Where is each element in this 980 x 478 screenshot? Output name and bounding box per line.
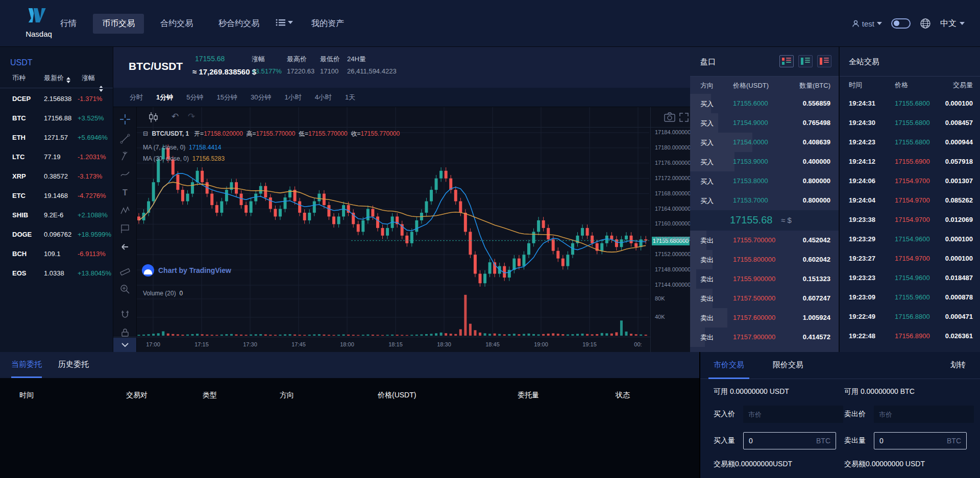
coin-row-BCH[interactable]: BCH109.1-6.9113% [0,245,113,264]
timeframe-1分钟[interactable]: 1分钟 [156,93,173,102]
header-coin: 币种 [12,73,26,83]
trade-row[interactable]: 19:23:2917154.96000.000100 [840,230,980,249]
sort-price-button[interactable] [66,77,70,83]
orders-tab-0[interactable]: 当前委托 [11,360,42,378]
forecast-tool[interactable] [120,223,130,234]
tab-usdt[interactable]: USDT [10,58,33,67]
order-book-buy-row[interactable]: 买入17153.80000.800000 [690,171,839,191]
coin-row-ETH[interactable]: ETH1271.57+5.6946% [0,129,113,148]
brush-tool[interactable] [120,169,130,179]
book-view-bids-button[interactable] [798,55,813,67]
trade-row[interactable]: 19:22:4817156.89000.026361 [840,326,980,346]
fiat-approx: ≈ 17,269.838560 $ [192,67,256,76]
trade-row[interactable]: 19:24:2317155.68000.000944 [840,133,980,152]
ruler-tool[interactable] [120,266,130,276]
timeframe-15分钟[interactable]: 15分钟 [216,93,237,102]
hide-toolbar-arrow[interactable] [120,242,130,252]
coin-change: +13.8045% [78,269,111,277]
timeframe-30分钟[interactable]: 30分钟 [251,93,271,102]
lock-drawings-tool[interactable] [120,328,130,338]
coin-row-EOS[interactable]: EOS1.0338+13.8045% [0,264,113,284]
order-book-buy-row[interactable]: 买入17154.00000.408639 [690,133,839,152]
buy-price-input[interactable] [743,406,843,423]
crosshair-tool[interactable] [120,114,130,124]
orders-tab-1[interactable]: 历史委托 [58,360,89,376]
order-book-buy-row[interactable]: 买入17155.60000.556859 [690,94,839,113]
sell-price-input[interactable] [874,406,974,423]
coin-row-DCEP[interactable]: DCEP2.156838-1.371% [0,90,113,109]
trade-row[interactable]: 19:23:3817154.97000.012069 [840,210,980,230]
trendline-tool[interactable] [120,134,130,144]
globe-icon[interactable] [920,18,931,29]
side-label: 买入 [700,99,714,109]
coin-row-ETC[interactable]: ETC19.1468-4.7276% [0,187,113,206]
order-book-sell-row[interactable]: 卖出17155.7000000.452042 [690,231,839,250]
timeframe-4小时[interactable]: 4小时 [315,93,332,102]
nav-item-0[interactable]: 行情 [51,14,86,34]
tradingview-chart: T ↶ ↷ [113,107,690,352]
language-selector[interactable]: 中文 [940,18,965,29]
trade-row[interactable]: 19:23:2717154.97000.000100 [840,249,980,268]
trade-row[interactable]: 19:24:1217155.69000.057918 [840,152,980,171]
price-axis[interactable]: 17155.680000 17184.00000017180.000000171… [650,107,690,352]
sell-amount-unit: BTC [947,437,961,445]
magnet-tool[interactable] [120,309,130,319]
order-book-sell-row[interactable]: 卖出17155.9000000.151323 [690,269,839,289]
trade-form-tab-0[interactable]: 市价交易 [708,360,749,379]
tradingview-watermark[interactable]: Chart by TradingView [142,264,231,276]
pattern-tool[interactable] [120,206,130,216]
trade-form-tab-1[interactable]: 限价交易 [768,360,808,378]
svg-text:T: T [122,188,128,197]
trade-row[interactable]: 19:24:0617154.97000.001307 [840,171,980,191]
transfer-link[interactable]: 划转 [950,360,966,370]
price-tick: 17144.000000 [655,282,691,288]
order-book-sell-row[interactable]: 卖出17157.5000000.607247 [690,289,839,308]
trade-form-panel: 市价交易限价交易 划转 可用 0.00000000 USDT 买入价 买入量 B… [699,352,980,478]
trade-amount: 0.026361 [945,332,973,340]
orders-table-headers: 时间交易对类型方向价格(USDT)委托量状态 [0,379,699,409]
coin-row-XRP[interactable]: XRP0.38572-3.173% [0,167,113,187]
timeframe-1小时[interactable]: 1小时 [284,93,301,102]
order-book-sell-row[interactable]: 卖出17157.6000001.005924 [690,308,839,328]
volume-label: 24H量 [347,55,366,64]
pitchfork-tool[interactable] [120,151,130,161]
trade-row[interactable]: 19:22:4917156.88000.000471 [840,307,980,326]
camera-icon[interactable] [664,111,676,123]
book-view-asks-button[interactable] [817,55,831,67]
user-menu[interactable]: test [852,19,882,28]
coin-change: +2.1088% [78,211,108,219]
nav-item-1[interactable]: 币币交易 [93,14,144,34]
order-book-buy-row[interactable]: 买入17153.90000.400000 [690,152,839,171]
timeframe-分时[interactable]: 分时 [130,93,143,102]
nav-item-3[interactable]: 秒合约交易 [209,14,268,34]
order-book-buy-row[interactable]: 买入17153.70000.800000 [690,191,839,210]
timeframe-1天[interactable]: 1天 [345,93,355,102]
trade-price: 17155.6800 [895,119,930,127]
order-book-sell-row[interactable]: 卖出17155.8000000.602042 [690,250,839,269]
nav-item-2[interactable]: 合约交易 [151,14,202,34]
fullscreen-icon[interactable] [679,112,689,122]
trade-row[interactable]: 19:23:2317154.96000.018487 [840,268,980,288]
order-book-buy-row[interactable]: 买入17154.90000.765498 [690,113,839,133]
book-view-both-button[interactable] [779,55,794,67]
trade-row[interactable]: 19:23:0917155.96000.000878 [840,288,980,307]
my-assets-button[interactable]: 我的资产 [302,14,353,34]
trade-row[interactable]: 19:24:3017155.68000.008457 [840,113,980,133]
more-menu-button[interactable] [276,18,293,27]
trade-time: 19:22:48 [849,332,875,340]
trade-row[interactable]: 19:24:3117155.68000.000100 [840,94,980,113]
zoom-in-tool[interactable] [120,284,130,294]
coin-price: 19.1468 [44,192,68,199]
coin-row-BTC[interactable]: BTC17156.88+3.525% [0,109,113,129]
timeframe-5分钟[interactable]: 5分钟 [186,93,203,102]
order-book-body: 买入17155.60000.556859买入17154.90000.765498… [690,94,839,347]
coin-row-DOGE[interactable]: DOGE0.096762+18.9599% [0,225,113,245]
coin-row-LTC[interactable]: LTC77.19-1.2031% [0,148,113,167]
orders-header-4: 价格(USDT) [378,391,416,400]
text-tool[interactable]: T [120,187,130,197]
time-axis[interactable]: 17:0017:1517:3017:4518:0018:1518:3018:45… [113,337,650,352]
theme-toggle[interactable] [891,18,911,29]
trade-row[interactable]: 19:24:0417154.97000.085262 [840,191,980,210]
coin-row-SHIB[interactable]: SHIB9.2E-6+2.1088% [0,206,113,225]
order-book-sell-row[interactable]: 卖出17157.9000000.414572 [690,328,839,347]
